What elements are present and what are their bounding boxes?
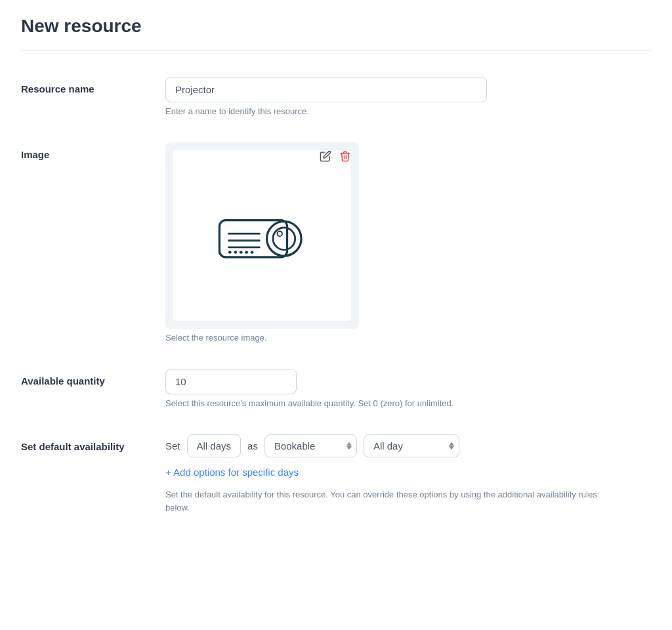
resource-name-label: Resource name (21, 77, 165, 94)
pencil-icon (320, 150, 331, 162)
available-quantity-label: Available quantity (21, 369, 165, 387)
available-quantity-hint: Select this resource's maximum available… (165, 398, 625, 408)
resource-name-section: Resource name Enter a name to identify t… (21, 77, 651, 116)
resource-name-hint: Enter a name to identify this resource. (165, 106, 625, 116)
add-options-link[interactable]: + Add options for specific days (165, 467, 299, 478)
default-availability-section: Set default availability Set All days as… (21, 434, 651, 514)
available-quantity-input[interactable] (165, 369, 297, 394)
image-preview (173, 150, 351, 321)
bookable-select-wrapper: Bookable Not bookable (264, 434, 357, 457)
image-actions (318, 149, 352, 163)
resource-name-content: Enter a name to identify this resource. (165, 77, 625, 116)
availability-row: Set All days as Bookable Not bookable (165, 434, 625, 457)
header-divider (21, 50, 651, 51)
allday-select-wrapper: All day Custom hours (364, 434, 459, 457)
available-quantity-section: Available quantity Select this resource'… (21, 369, 651, 408)
svg-point-5 (234, 251, 237, 254)
available-quantity-content: Select this resource's maximum available… (165, 369, 625, 408)
projector-illustration (213, 200, 312, 272)
as-text: as (247, 440, 258, 452)
svg-point-10 (272, 228, 295, 250)
allday-select[interactable]: All day Custom hours (364, 434, 459, 457)
bookable-select[interactable]: Bookable Not bookable (264, 434, 357, 457)
svg-point-9 (266, 221, 301, 256)
image-container (165, 142, 359, 329)
image-hint: Select the resource image. (165, 333, 625, 343)
trash-icon (339, 150, 351, 162)
default-availability-label: Set default availability (21, 434, 165, 452)
all-days-display: All days (187, 434, 242, 457)
resource-name-input[interactable] (165, 77, 487, 102)
set-text: Set (165, 440, 180, 452)
default-availability-content: Set All days as Bookable Not bookable (165, 434, 625, 514)
svg-point-7 (245, 251, 248, 254)
image-label: Image (21, 142, 165, 160)
edit-image-button[interactable] (318, 149, 333, 163)
image-content: Select the resource image. (165, 142, 625, 343)
image-section: Image (21, 142, 651, 343)
svg-point-8 (250, 251, 253, 254)
default-availability-hint: Set the default availability for this re… (165, 488, 612, 514)
delete-image-button[interactable] (338, 149, 352, 163)
svg-point-11 (277, 231, 282, 236)
svg-point-6 (239, 251, 242, 254)
svg-point-4 (228, 251, 231, 254)
page-title: New resource (21, 16, 651, 37)
